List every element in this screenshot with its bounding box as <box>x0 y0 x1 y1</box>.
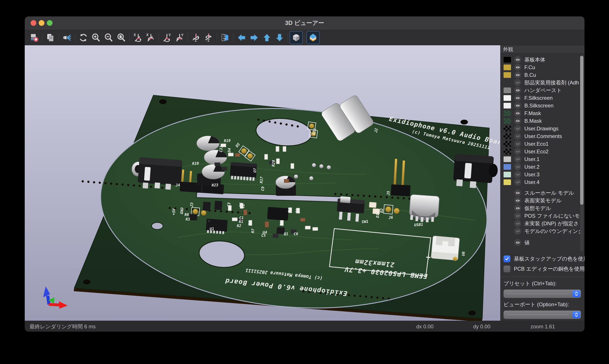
layer-row[interactable]: B.Mask <box>504 117 584 125</box>
layer-row[interactable]: F.Mask <box>504 109 584 117</box>
3d-viewport[interactable]: Exidiophone v6.0 Audio Board (c) Tomoya … <box>25 45 500 321</box>
visibility-on-icon[interactable] <box>514 205 521 212</box>
appearance-manager-icon[interactable] <box>307 31 320 44</box>
layer-color-swatch[interactable] <box>504 141 511 147</box>
layer-row[interactable]: User.3 <box>504 171 584 178</box>
rotate-y-counterclockwise-icon[interactable]: Y <box>173 31 186 44</box>
copy-image-icon[interactable] <box>44 31 57 44</box>
checkbox-checked-icon[interactable] <box>504 256 510 262</box>
layer-label: モデルのバウンディング <box>524 228 583 235</box>
visibility-on-icon[interactable] <box>514 94 521 102</box>
dropdown-stepper-icon[interactable] <box>572 290 580 297</box>
layer-color-swatch[interactable] <box>504 65 511 70</box>
stackup-colors-row[interactable]: 基板スタックアップの色を使用 <box>504 254 584 263</box>
layer-row[interactable]: B.Cu <box>504 71 584 79</box>
visibility-on-icon[interactable] <box>514 189 521 196</box>
layer-color-swatch[interactable] <box>504 126 511 131</box>
layer-row[interactable]: F.Cu <box>504 64 584 71</box>
visibility-on-icon[interactable] <box>514 64 521 71</box>
layer-color-swatch[interactable] <box>504 88 511 93</box>
dropdown-stepper-icon[interactable] <box>572 311 580 318</box>
values-row[interactable]: 値 <box>504 239 584 246</box>
visibility-off-icon[interactable] <box>514 79 521 86</box>
model-row[interactable]: 未実装 (DNP) が指定さ <box>504 220 584 227</box>
scrollbar[interactable] <box>580 55 583 251</box>
flip-board-icon[interactable] <box>219 31 232 44</box>
layer-row[interactable]: User.Eco2 <box>504 148 584 155</box>
visibility-off-icon[interactable] <box>514 163 521 170</box>
refdes-label: R8 <box>247 221 252 225</box>
visibility-off-icon[interactable] <box>514 171 521 178</box>
layer-row[interactable]: 基板本体 <box>504 56 584 64</box>
layer-row[interactable]: User.2 <box>504 163 584 171</box>
visibility-off-icon[interactable] <box>514 132 521 140</box>
layer-color-swatch[interactable] <box>504 156 511 162</box>
model-row[interactable]: POS ファイルにないモ <box>504 212 584 220</box>
layer-color-swatch[interactable] <box>504 133 511 139</box>
visibility-off-icon[interactable] <box>514 228 521 235</box>
zoom-in-icon[interactable] <box>90 31 102 44</box>
layer-row[interactable]: User.1 <box>504 155 584 163</box>
layer-row[interactable]: F.Silkscreen <box>504 94 584 102</box>
visibility-off-icon[interactable] <box>514 179 521 186</box>
layer-color-swatch[interactable] <box>504 95 511 101</box>
layer-color-swatch[interactable] <box>504 149 511 155</box>
rotate-y-clockwise-icon[interactable]: Y <box>161 31 173 44</box>
layer-color-swatch[interactable] <box>504 118 511 124</box>
refresh-view-icon[interactable] <box>77 31 90 44</box>
visibility-off-icon[interactable] <box>514 140 521 147</box>
visibility-on-icon[interactable] <box>514 110 521 117</box>
rotate-z-counterclockwise-icon[interactable]: Z <box>202 31 215 44</box>
pcb-copper-colors-row[interactable]: PCB エディターの銅色を使用 <box>504 264 584 273</box>
visibility-on-icon[interactable] <box>514 197 521 204</box>
layer-row[interactable]: User.Drawings <box>504 125 584 132</box>
visibility-off-icon[interactable] <box>514 212 521 220</box>
visibility-off-icon[interactable] <box>514 220 521 227</box>
visibility-off-icon[interactable] <box>514 156 521 163</box>
visibility-on-icon[interactable] <box>514 239 521 246</box>
model-row[interactable]: 仮想モデル <box>504 204 584 212</box>
orthographic-projection-icon[interactable] <box>290 31 303 44</box>
layer-row[interactable]: User.Comments <box>504 132 584 140</box>
layer-color-swatch[interactable] <box>504 164 511 170</box>
preset-label: プリセット (Ctrl+Tab): <box>504 280 584 287</box>
visibility-on-icon[interactable] <box>514 71 521 78</box>
model-row[interactable]: モデルのバウンディング <box>504 227 584 235</box>
layer-color-swatch[interactable] <box>504 110 511 116</box>
raytrace-render-icon[interactable] <box>61 31 73 44</box>
visibility-off-icon[interactable] <box>514 148 521 155</box>
layer-row[interactable]: 部品実装用接着剤 (Adh <box>504 79 584 86</box>
refdes-label: R10 <box>192 161 199 166</box>
model-row[interactable]: スルーホール モデル <box>504 189 584 197</box>
layer-color-swatch[interactable] <box>504 179 511 185</box>
zoom-out-icon[interactable] <box>102 31 115 44</box>
move-right-icon[interactable] <box>248 31 260 44</box>
layer-color-swatch[interactable] <box>504 72 511 78</box>
move-down-icon[interactable] <box>273 31 286 44</box>
rotate-z-clockwise-icon[interactable]: Z <box>190 31 202 44</box>
layer-row[interactable]: ハンダペースト <box>504 86 584 94</box>
layer-color-swatch[interactable] <box>504 172 511 177</box>
visibility-on-icon[interactable] <box>514 117 521 124</box>
layer-color-swatch[interactable] <box>504 103 511 108</box>
layer-color-swatch[interactable] <box>504 57 511 63</box>
preset-dropdown[interactable] <box>504 290 581 298</box>
move-up-icon[interactable] <box>260 31 273 44</box>
model-row[interactable]: 表面実装モデル <box>504 197 584 204</box>
layer-label: User.2 <box>524 164 539 170</box>
scrollbar-thumb[interactable] <box>580 56 583 205</box>
checkbox-unchecked-icon[interactable] <box>504 266 510 272</box>
visibility-on-icon[interactable] <box>514 102 521 109</box>
visibility-off-icon[interactable] <box>514 125 521 132</box>
visibility-on-icon[interactable] <box>514 56 521 63</box>
rotate-x-counterclockwise-icon[interactable]: X <box>144 31 157 44</box>
zoom-to-fit-icon[interactable] <box>115 31 128 44</box>
viewport-dropdown[interactable] <box>504 311 581 319</box>
layer-row[interactable]: User.4 <box>504 178 584 186</box>
reload-board-icon[interactable] <box>28 31 40 44</box>
rotate-x-clockwise-icon[interactable]: X <box>131 31 144 44</box>
layer-row[interactable]: B.Silkscreen <box>504 102 584 109</box>
layer-row[interactable]: User.Eco1 <box>504 140 584 148</box>
visibility-on-icon[interactable] <box>514 87 521 94</box>
move-left-icon[interactable] <box>235 31 248 44</box>
